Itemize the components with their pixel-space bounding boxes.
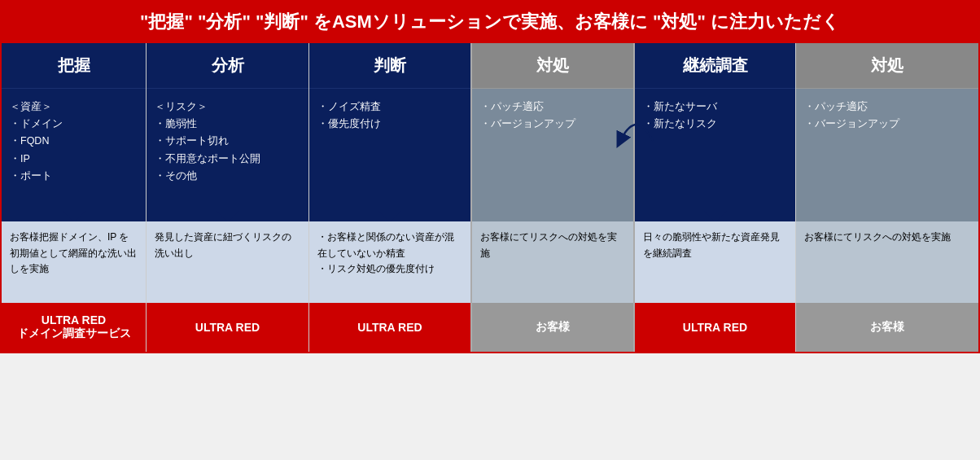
col-top-bunseki: ＜リスク＞ ・脆弱性 ・サポート切れ ・不用意なポート公開 ・その他: [147, 89, 308, 211]
col-header-taisho2: 対処: [796, 43, 978, 89]
header-text: "把握" "分析" "判断" をASMソリューションで実施、お客様に "対処" …: [140, 11, 840, 32]
col-footer-keizoku: ULTRA RED: [635, 303, 795, 352]
column-bunseki: 分析 ＜リスク＞ ・脆弱性 ・サポート切れ ・不用意なポート公開 ・その他 発見…: [147, 43, 309, 352]
col-footer-taisho2: お客様: [796, 303, 978, 352]
arrow-haaku: [63, 211, 85, 222]
arrow-taisho1: [541, 211, 564, 222]
col-footer-haaku: ULTRA RED ドメイン調査サービス: [2, 303, 146, 352]
arrow-taisho2: [876, 211, 899, 222]
column-haaku: 把握 ＜資産＞ ・ドメイン ・FQDN ・IP ・ポート お客様把握ドメイン、I…: [2, 43, 147, 352]
col-bottom-haaku: お客様把握ドメイン、IP を初期値として網羅的な洗い出しを実施: [2, 221, 146, 303]
column-handan: 判断 ・ノイズ精査 ・優先度付け ・お客様と関係のない資産が混在していないか精査…: [309, 43, 472, 352]
column-taisho2: 対処 ・パッチ適応 ・バージョンアップ お客様にてリスクへの対処を実施 お客様: [796, 43, 978, 352]
curve-arrow-svg: [604, 100, 669, 149]
col-top-haaku: ＜資産＞ ・ドメイン ・FQDN ・IP ・ポート: [2, 89, 146, 211]
col-header-taisho1: 対処: [472, 43, 633, 89]
col-top-handan: ・ノイズ精査 ・優先度付け: [309, 89, 470, 211]
main-content: 把握 ＜資産＞ ・ドメイン ・FQDN ・IP ・ポート お客様把握ドメイン、I…: [2, 43, 978, 352]
col-footer-taisho1: お客様: [472, 303, 633, 352]
col-header-keizoku: 継続調査: [635, 43, 795, 89]
col-header-haaku: 把握: [2, 43, 146, 89]
col-header-bunseki: 分析: [147, 43, 308, 89]
arrow-handan: [378, 211, 401, 222]
col-bottom-handan: ・お客様と関係のない資産が混在していないか精査 ・リスク対処の優先度付け: [309, 221, 470, 303]
col-top-taisho2: ・パッチ適応 ・バージョンアップ: [796, 89, 978, 211]
page-wrapper: "把握" "分析" "判断" をASMソリューションで実施、お客様に "対処" …: [0, 0, 980, 353]
col-bottom-taisho1: お客様にてリスクへの対処を実施: [472, 221, 633, 303]
col-bottom-keizoku: 日々の脆弱性や新たな資産発見を継続調査: [635, 221, 795, 303]
col-bottom-bunseki: 発見した資産に紐づくリスクの洗い出し: [147, 221, 308, 303]
col-footer-handan: ULTRA RED: [309, 303, 470, 352]
column-keizoku: 継続調査 ・新たなサーバ ・新たなリスク 日々の脆弱性や新たな資産発見を継続調査…: [635, 43, 796, 352]
col-bottom-taisho2: お客様にてリスクへの対処を実施: [796, 221, 978, 303]
column-taisho1: 対処 ・パッチ適応 ・バージョンアップ お客様にてリスクへの対処を実施 お客様: [472, 43, 635, 352]
col-footer-bunseki: ULTRA RED: [147, 303, 308, 352]
arrow-bunseki: [217, 211, 239, 222]
page-header: "把握" "分析" "判断" をASMソリューションで実施、お客様に "対処" …: [2, 2, 978, 43]
col-header-handan: 判断: [309, 43, 470, 89]
arrow-keizoku: [704, 211, 727, 222]
